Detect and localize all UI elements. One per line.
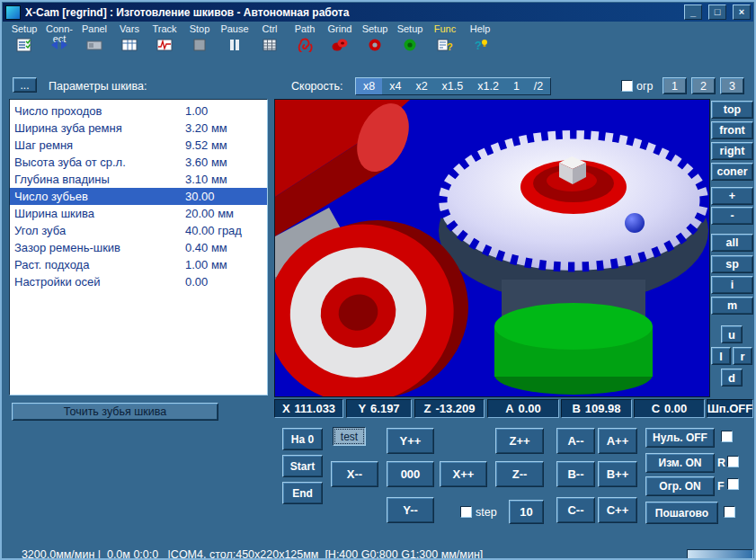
parameter-row[interactable]: Шаг ремня 9.52 мм xyxy=(10,137,267,154)
speed-x8-option[interactable]: x8 xyxy=(356,78,382,94)
jog-y-minus-button[interactable]: Y-- xyxy=(387,497,434,523)
parameter-name: Глубина впадины xyxy=(14,173,185,186)
parameter-row[interactable]: Глубина впадины 3.10 мм xyxy=(10,171,267,188)
speed-x4-option[interactable]: x4 xyxy=(382,78,408,94)
speed-x1-5-option[interactable]: x1.5 xyxy=(435,78,471,94)
preset-2-button[interactable]: 2 xyxy=(691,77,716,94)
jog-y-plus-button[interactable]: Y++ xyxy=(387,428,434,454)
view-m-button[interactable]: m xyxy=(711,297,753,315)
toolbar-item-panel[interactable]: Panel xyxy=(77,24,111,69)
view-sp-button[interactable]: sp xyxy=(711,255,753,273)
jog-b-plus-button[interactable]: B++ xyxy=(598,461,637,487)
close-button[interactable]: × xyxy=(733,4,751,20)
start-button[interactable]: Start xyxy=(282,455,323,477)
speed-1-option[interactable]: 1 xyxy=(506,78,527,94)
parameter-name: Шаг ремня xyxy=(14,138,185,152)
zero-all-button[interactable]: 000 xyxy=(387,461,434,487)
toolbar-item-pause[interactable]: Pause xyxy=(218,24,252,69)
test-button[interactable]: test xyxy=(333,427,366,446)
zoom-in-button[interactable]: + xyxy=(711,187,753,205)
view-i-button[interactable]: i xyxy=(711,276,753,294)
step-checkbox[interactable] xyxy=(460,506,472,518)
view-top-button[interactable]: top xyxy=(711,101,753,119)
speed-x1-2-option[interactable]: x1.2 xyxy=(470,78,506,94)
jog-z-plus-button[interactable]: Z++ xyxy=(495,428,544,454)
f-checkbox[interactable] xyxy=(727,478,739,490)
pan-left-button[interactable]: l xyxy=(711,347,731,365)
speed-half-option[interactable]: /2 xyxy=(527,78,550,94)
zoom-out-button[interactable]: - xyxy=(711,207,753,225)
toolbar-item-stop[interactable]: Stop xyxy=(182,24,217,69)
jog-a-minus-button[interactable]: A-- xyxy=(556,428,595,454)
view-right-button[interactable]: right xyxy=(711,142,753,160)
grind-teeth-button[interactable]: Точить зубья шкива xyxy=(12,403,218,421)
toolbar-item-setup-wheel[interactable]: Setup xyxy=(358,24,392,69)
end-button[interactable]: End xyxy=(282,482,323,504)
parameter-row[interactable]: Высота зуба от ср.л. 3.60 мм xyxy=(10,154,267,171)
parameter-row[interactable]: Ширина зуба ремня 3.20 мм xyxy=(10,120,267,137)
dro-axis-label: Z xyxy=(423,402,431,415)
r-checkbox[interactable] xyxy=(727,456,739,467)
jog-b-minus-button[interactable]: B-- xyxy=(556,461,595,487)
jog-x-plus-button[interactable]: X++ xyxy=(440,461,487,487)
pan-up-button[interactable]: u xyxy=(721,325,743,343)
jog-a-plus-button[interactable]: A++ xyxy=(598,428,637,454)
viewport-3d[interactable] xyxy=(274,99,710,397)
toolbar-item-connect[interactable]: Conn-ect xyxy=(42,24,76,69)
preset-3-button[interactable]: 3 xyxy=(720,77,744,94)
parameter-row[interactable]: Число проходов 1.00 xyxy=(10,102,267,120)
step-mode-checkbox[interactable] xyxy=(724,506,735,518)
view-all-button[interactable]: all xyxy=(711,234,753,252)
speed-x2-option[interactable]: x2 xyxy=(408,78,434,94)
pan-down-button[interactable]: d xyxy=(721,369,743,387)
speed-limit-checkbox[interactable] xyxy=(621,80,633,92)
dro-axis-value: 111.033 xyxy=(295,402,336,415)
toolbar-item-setup[interactable]: Setup xyxy=(7,24,41,69)
zero-off-toggle-button[interactable]: Нуль. OFF xyxy=(645,428,715,448)
go-zero-button[interactable]: На 0 xyxy=(282,428,323,450)
limit-on-toggle-button[interactable]: Огр. ON xyxy=(645,476,715,496)
spiral-path-icon xyxy=(296,38,314,56)
toolbar-item-vars[interactable]: Vars xyxy=(112,24,147,69)
step-mode-button[interactable]: Пошагово xyxy=(645,502,718,524)
step-value-button[interactable]: 10 xyxy=(509,500,544,524)
parameter-row[interactable]: Зазор ремень-шкив 0.40 мм xyxy=(10,239,267,256)
parameter-row[interactable]: Угол зуба 40.00 град xyxy=(10,222,267,239)
toolbar-item-help[interactable]: Help ? xyxy=(463,24,497,69)
parameter-row[interactable]: Настройки осей 0.00 xyxy=(10,273,267,290)
toolbar-item-ctrl[interactable]: Ctrl xyxy=(253,24,287,69)
jog-c-plus-button[interactable]: C++ xyxy=(598,497,637,523)
parameter-row[interactable]: Раст. подхода 1.00 мм xyxy=(10,256,267,273)
toolbar-item-grind[interactable]: Grind xyxy=(323,24,357,69)
checklist-icon xyxy=(15,38,33,56)
pan-right-button[interactable]: r xyxy=(733,347,752,365)
preset-1-button[interactable]: 1 xyxy=(663,77,687,94)
app-icon[interactable] xyxy=(5,5,21,20)
window-title: X-Cam [regrind] : Изготовление шкивов - … xyxy=(25,6,678,19)
maximize-button[interactable]: □ xyxy=(708,4,726,20)
more-params-button[interactable]: ... xyxy=(13,77,37,93)
parameter-value: 40.00 град xyxy=(185,224,242,237)
spindle-status[interactable]: Шп.OFF xyxy=(707,399,753,418)
toolbar-item-track[interactable]: Track xyxy=(147,24,182,69)
toolbar-label: Conn-ect xyxy=(42,24,76,36)
measure-on-toggle-button[interactable]: Изм. ON xyxy=(645,453,715,473)
toolbar-item-path[interactable]: Path xyxy=(288,24,322,69)
toolbar-item-setup-green[interactable]: Setup xyxy=(393,24,427,69)
view-corner-button[interactable]: coner xyxy=(711,163,753,181)
minimize-button[interactable]: _ xyxy=(684,4,702,20)
pause-icon xyxy=(226,38,244,56)
jog-c-minus-button[interactable]: C-- xyxy=(556,497,595,523)
parameters-panel: Число проходов 1.00 Ширина зуба ремня 3.… xyxy=(9,99,268,396)
parameter-row[interactable]: Ширина шкива 20.00 мм xyxy=(10,205,267,222)
view-front-button[interactable]: front xyxy=(711,121,753,139)
jog-z-minus-button[interactable]: Z-- xyxy=(495,461,544,487)
zero-off-checkbox[interactable] xyxy=(721,431,733,442)
jog-x-minus-button[interactable]: X-- xyxy=(331,461,378,487)
parameter-row-selected[interactable]: Число зубьев 30.00 xyxy=(10,188,267,205)
parameter-name: Ширина шкива xyxy=(14,207,185,220)
parameter-value: 9.52 мм xyxy=(185,138,227,152)
spindle-label: Шп.OFF xyxy=(707,402,753,415)
toolbar-item-func[interactable]: Func ? xyxy=(428,24,462,69)
dro-axis-value: -13.209 xyxy=(435,402,475,415)
